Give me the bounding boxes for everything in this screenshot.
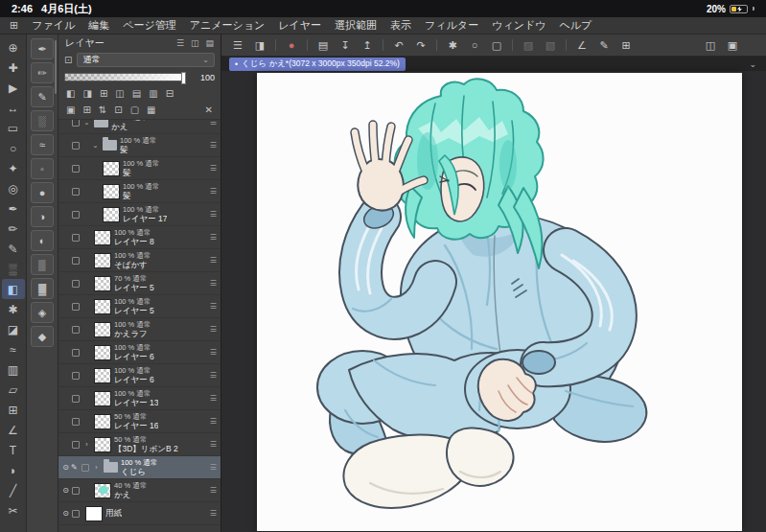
share-icon[interactable]: ↥ (360, 39, 374, 52)
select-area-icon[interactable]: ▢ (490, 39, 503, 52)
layer-checkbox[interactable] (72, 142, 80, 150)
subtool-icon-10[interactable]: ▒ (31, 254, 54, 275)
layer-row-レイヤー 5[interactable]: 100 % 通常レイヤー 5☰ (58, 295, 221, 318)
layer-move-tool[interactable]: ↔ (2, 98, 25, 118)
subtool-scrollbar[interactable] (55, 40, 57, 94)
brush-tool[interactable]: ✎ (2, 239, 25, 259)
layer-checkbox[interactable] (72, 395, 80, 403)
canvas-illustration[interactable] (257, 73, 742, 531)
blend-mode-select[interactable]: 通常 ⌄ (77, 53, 215, 67)
line-tool[interactable]: ╱ (2, 480, 25, 500)
subtool-icon-4[interactable]: ░ (31, 110, 54, 131)
selection-tool[interactable]: ▭ (2, 118, 25, 138)
layer-row-レイヤー 17[interactable]: 100 % 通常レイヤー 17☰ (58, 203, 221, 226)
expand-icon[interactable]: › (92, 464, 101, 471)
layer-checkbox[interactable] (72, 257, 80, 265)
blend-tool[interactable]: ≈ (2, 339, 25, 359)
menu-item-ページ管理[interactable]: ページ管理 (123, 18, 176, 33)
grip-icon[interactable]: ☰ (210, 371, 221, 380)
balloon-tool[interactable]: ◗ (2, 460, 25, 480)
menu-icon[interactable]: ☰ (231, 39, 244, 52)
layer-row-そばかす[interactable]: 100 % 通常そばかす☰ (58, 249, 221, 272)
layer-row-レイヤー 6[interactable]: 100 % 通常レイヤー 6☰ (58, 341, 221, 364)
tab-list-chevron-icon[interactable]: ⌄ (749, 59, 756, 69)
layer-checkbox[interactable] (72, 349, 80, 357)
undo-icon[interactable]: ↶ (392, 39, 406, 52)
grip-icon[interactable]: ☰ (210, 440, 221, 449)
subtool-icon-3[interactable]: ✎ (31, 86, 54, 107)
menu-item-表示[interactable]: 表示 (390, 18, 411, 33)
color-set-icon[interactable]: ◨ (253, 39, 267, 52)
timelapse-record-icon[interactable]: ● (285, 39, 298, 51)
apps-grid-icon[interactable]: ⊞ (10, 19, 18, 32)
eraser-tool[interactable]: ◪ (2, 319, 25, 339)
pencil-tool[interactable]: ✏ (2, 219, 25, 239)
grid-snap-icon[interactable]: ⊞ (619, 39, 633, 52)
grip-icon[interactable]: ☰ (210, 417, 221, 426)
new-layer-icon[interactable]: ▣ (66, 104, 75, 115)
ruler-tool[interactable]: ∠ (2, 420, 25, 440)
mask-icon[interactable]: ◫ (115, 88, 124, 99)
subtool-icon-8[interactable]: ◑ (31, 206, 54, 227)
windows-icon[interactable]: ◫ (704, 39, 717, 52)
delete-layer-icon[interactable]: ✕ (205, 104, 213, 115)
filter-icon[interactable]: ✱ (446, 39, 459, 52)
grip-icon[interactable]: ☰ (210, 187, 221, 196)
ruler-icon[interactable]: ▤ (132, 88, 141, 99)
layer-checkbox[interactable] (72, 418, 80, 426)
opacity-slider[interactable] (64, 73, 186, 81)
eye-icon[interactable]: ⊙ (60, 463, 71, 472)
layer-row-レイヤー 5[interactable]: 70 % 通常レイヤー 5☰ (58, 272, 221, 295)
zoom-tool[interactable]: ⊕ (2, 37, 25, 58)
subtool-icon-13[interactable]: ◆ (31, 326, 54, 347)
layer-checkbox[interactable] (72, 487, 80, 495)
grip-icon[interactable]: ☰ (210, 256, 221, 265)
active-document-tab[interactable]: • くじら かえ*(3072 x 3000px 350dpi 52.2%) (229, 58, 406, 71)
palette-color-icon[interactable]: ◧ (66, 88, 75, 99)
panel-mode-icon[interactable]: ◫ (191, 38, 199, 48)
lock-icon[interactable]: ⊟ (166, 88, 174, 99)
airbrush-tool[interactable]: ░ (2, 259, 25, 279)
operation-tool[interactable]: ▶ (2, 78, 25, 98)
subtool-icon-7[interactable]: ● (31, 182, 54, 203)
menu-item-ウィンドウ[interactable]: ウィンドウ (492, 18, 545, 33)
pen-tool[interactable]: ✒ (2, 198, 25, 219)
collapse-icon[interactable]: ⌄ (91, 142, 100, 150)
gradient-tool[interactable]: ▥ (2, 359, 25, 380)
layer-row-かえ[interactable]: ⌄100 % 通常かえ☰ (58, 119, 221, 134)
layer-row-【3D】リボンB 2[interactable]: ›50 % 通常【3D】リボンB 2☰ (58, 433, 221, 456)
layer-checkbox[interactable] (72, 165, 80, 173)
eye-icon[interactable]: ⊙ (60, 509, 71, 518)
grip-icon[interactable]: ☰ (210, 348, 221, 357)
eyedropper-tool[interactable]: ◎ (2, 178, 25, 198)
subtool-icon-2[interactable]: ✏ (31, 62, 54, 83)
layer-checkbox[interactable] (81, 464, 89, 472)
grip-icon[interactable]: ☰ (210, 486, 221, 495)
new-folder-icon[interactable]: ⊞ (82, 104, 90, 115)
vector-snap-icon[interactable]: ✎ (597, 39, 611, 52)
grip-icon[interactable]: ☰ (210, 210, 221, 219)
fill-tool[interactable]: ◧ (2, 279, 25, 299)
menu-item-選択範囲[interactable]: 選択範囲 (335, 18, 377, 33)
expand-icon[interactable]: › (82, 441, 91, 448)
onion-skin-icon[interactable]: ▦ (147, 104, 155, 115)
layer-checkbox[interactable] (72, 303, 80, 311)
frame-border-tool[interactable]: ⊞ (2, 400, 25, 420)
panel-list-icon[interactable]: ▤ (205, 38, 214, 48)
grip-icon[interactable]: ☰ (210, 164, 221, 173)
layer-row-レイヤー 13[interactable]: 100 % 通常レイヤー 13☰ (58, 387, 221, 410)
layer-row-髪[interactable]: ⌄100 % 通常髪☰ (58, 134, 221, 157)
mask-create-icon[interactable]: ▢ (130, 104, 139, 115)
layer-row-かえ[interactable]: ⊙40 % 通常かえ☰ (58, 479, 221, 502)
lasso-tool[interactable]: ○ (2, 138, 25, 158)
snap-ruler-icon[interactable]: ∠ (575, 39, 589, 52)
panel-menu-icon[interactable]: ☰ (176, 38, 184, 48)
clip-icon[interactable]: ⊞ (100, 88, 107, 99)
menu-item-ファイル[interactable]: ファイル (32, 18, 75, 33)
subtool-icon-6[interactable]: ◦ (31, 158, 54, 179)
layer-row-髪[interactable]: 100 % 通常髪☰ (58, 180, 221, 203)
layer-row-くじら[interactable]: ⊙✎›100 % 通常くじら☰ (58, 456, 221, 479)
move-tool[interactable]: ✚ (2, 58, 25, 78)
layer-row-用紙[interactable]: ⊙用紙☰ (58, 502, 221, 525)
combine-icon[interactable]: ◨ (82, 88, 91, 99)
